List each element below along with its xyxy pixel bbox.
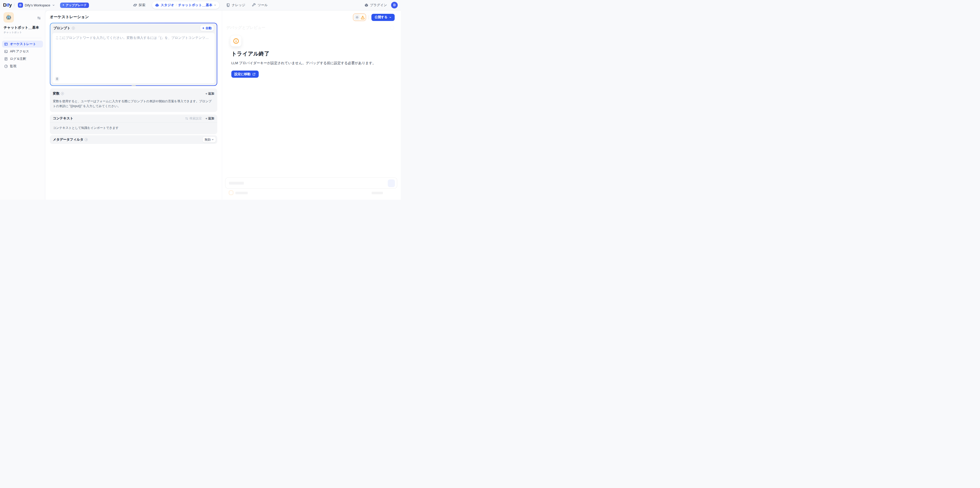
nav-tools-label: ツール (258, 3, 268, 7)
context-actions: 検索設定 + 追加 (185, 116, 214, 121)
gauge-icon (4, 64, 8, 68)
breadcrumb-app-name: チャットボット__基本 (178, 3, 212, 7)
debug-preview-pane: デバッグとプレビュー トライアル終了 LLM プロバイダーキーが設定されていませ… (222, 11, 401, 200)
prompt-placeholder: ここにプロンプトワードを入力してください。変数を挿入するには「{」を、プロンプト… (56, 35, 212, 40)
plus-icon: + (205, 116, 207, 121)
top-bar: Dify / D Dify's Workspace ✦ アップグレード 探索 ス… (0, 0, 401, 10)
orchestration-panels: プロンプト ? ✦ 自動 ここにプロンプトワードを入力してください。変数を挿入す… (50, 23, 217, 144)
nav-explore-label: 探索 (139, 3, 145, 7)
plugins-label: プラグイン (370, 3, 387, 7)
sidebar-item-monitoring[interactable]: 監視 (2, 63, 43, 70)
debug-preview-title: デバッグとプレビュー (226, 25, 265, 30)
variables-description: 変数を使用すると、ユーザーはフォームに入力する際にプロンプトの単語や開始の言葉を… (53, 99, 214, 109)
metadata-filter-select[interactable]: 無効 (203, 137, 216, 142)
sidebar-item-label: オーケストレート (10, 42, 36, 46)
char-count-badge: 0 (55, 77, 59, 81)
nav-studio-label: スタジオ (161, 3, 174, 7)
chevron-down-icon (212, 138, 214, 141)
sliders-icon (185, 117, 188, 120)
go-to-settings-label: 設定に移動 (234, 72, 250, 76)
trial-ended-message: LLM プロバイダーキーが設定されていません。デバッグする前に設定する必要があり… (231, 61, 376, 65)
upgrade-button[interactable]: ✦ アップグレード (60, 3, 89, 8)
external-link-icon (252, 73, 256, 76)
retrieval-settings-button[interactable]: 検索設定 (185, 116, 202, 121)
app-title: チャットボット__基本 (3, 25, 41, 30)
footer-text-faded (235, 192, 248, 194)
send-button-faded (388, 180, 395, 187)
sidebar-item-label: 監視 (10, 64, 16, 68)
upgrade-label: アップグレード (66, 3, 87, 7)
variables-panel: 変数 ? + 追加 変数を使用すると、ユーザーはフォームに入力する際にプロンプト… (50, 89, 217, 112)
sidebar-divider (3, 38, 41, 38)
logo-y: y (9, 2, 12, 8)
logo-d: D (3, 2, 6, 8)
resize-handle[interactable] (132, 85, 136, 86)
app-sidebar: チャットボット__基本 チャットボット オーケストレート API アクセス ログ… (0, 10, 45, 200)
footer-action-faded (372, 192, 383, 194)
help-icon[interactable]: ? (84, 138, 88, 141)
add-variable-button[interactable]: + 追加 (205, 92, 214, 96)
variables-header: 変数 ? + 追加 (53, 91, 214, 96)
app-subtitle: チャットボット (3, 31, 41, 34)
context-panel: コンテキスト 検索設定 + 追加 コンテキストとして知識をインポートできます (50, 114, 217, 134)
sparkles-icon: ✦ (202, 27, 205, 30)
main-nav: 探索 スタジオ / チャットボット__基本 ナレッジ ツール (133, 0, 268, 10)
nav-knowledge[interactable]: ナレッジ (226, 3, 245, 7)
info-icon (233, 38, 239, 44)
go-to-settings-button[interactable]: 設定に移動 (231, 70, 259, 78)
page-title: オーケストレーション (50, 14, 89, 19)
log-document-icon (4, 57, 8, 61)
trial-ended-heading: トライアル終了 (231, 50, 376, 57)
nav-studio-breadcrumb[interactable]: スタジオ / チャットボット__基本 (152, 1, 220, 9)
context-title: コンテキスト (53, 116, 73, 121)
sidebar-item-orchestrate[interactable]: オーケストレート (2, 41, 43, 48)
knowledge-icon (226, 3, 230, 7)
nav-explore[interactable]: 探索 (133, 3, 145, 7)
planet-icon (133, 3, 137, 7)
app-icon[interactable] (3, 12, 14, 22)
prompt-title: プロンプト (53, 26, 70, 30)
dify-logo[interactable]: Dify (3, 2, 12, 8)
retrieval-settings-label: 検索設定 (189, 116, 202, 121)
hammer-icon (252, 3, 256, 7)
prompt-editor[interactable]: ここにプロンプトワードを入力してください。変数を挿入するには「{」を、プロンプト… (52, 33, 215, 83)
main-canvas: オーケストレーション 公開する プロンプト ? ✦ 自動 (45, 10, 401, 200)
logo-if: if (6, 2, 9, 8)
auto-label: 自動 (205, 26, 212, 30)
sidebar-menu: オーケストレート API アクセス ログ＆注釈 監視 (2, 41, 43, 70)
add-variable-label: 追加 (208, 92, 214, 96)
user-avatar[interactable]: D (391, 2, 398, 8)
context-header: コンテキスト 検索設定 + 追加 (50, 114, 217, 122)
add-context-label: 追加 (208, 116, 214, 121)
robot-icon (155, 3, 159, 7)
sidebar-item-api-access[interactable]: API アクセス (2, 48, 43, 55)
variables-title-row: 変数 ? (53, 91, 64, 96)
metadata-title-row: メタデータフィルタ ? (53, 137, 88, 142)
workspace-badge: D (18, 3, 23, 8)
auto-generate-button[interactable]: ✦ 自動 (200, 25, 214, 31)
orchestrate-icon (4, 42, 8, 46)
restart-icon (390, 26, 394, 30)
help-icon[interactable]: ? (61, 92, 64, 95)
nav-tools[interactable]: ツール (252, 3, 268, 7)
chevron-down-icon (52, 4, 55, 6)
help-icon[interactable]: ? (72, 27, 75, 30)
app-header (2, 12, 43, 22)
sparkle-icon: ✦ (62, 4, 64, 6)
info-icon-card (230, 35, 242, 46)
chevron-down-icon (214, 4, 216, 6)
breadcrumb-separator: / (14, 3, 15, 7)
robot-emoji-icon (6, 14, 12, 21)
cube-icon (364, 3, 368, 7)
workspace-name: Dify's Workspace (25, 3, 50, 7)
workspace-selector[interactable]: D Dify's Workspace (17, 2, 56, 8)
sidebar-item-label: API アクセス (10, 49, 29, 54)
sidebar-item-logs-annotations[interactable]: ログ＆注釈 (2, 56, 43, 62)
chat-placeholder-faded (229, 182, 244, 184)
context-empty-text: コンテキストとして知識をインポートできます (50, 122, 217, 134)
topbar-right: プラグイン D (364, 2, 398, 8)
app-operations-icon[interactable] (37, 16, 41, 21)
terminal-icon (4, 49, 8, 53)
add-context-button[interactable]: + 追加 (205, 116, 214, 121)
plugins-button[interactable]: プラグイン (364, 3, 387, 7)
